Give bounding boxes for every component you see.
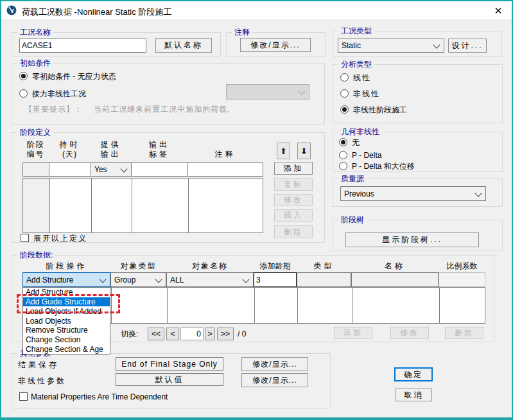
geo-pdelta-label[interactable]: P - Delta	[352, 151, 381, 160]
case-type-legend: 工况类型	[338, 26, 374, 35]
default-name-button[interactable]: 默认名称	[155, 38, 212, 53]
output-label-input[interactable]	[131, 162, 188, 177]
continue-nonlinear-label[interactable]: 接力非线性工况	[32, 89, 86, 98]
object-type-value: Group	[114, 276, 135, 284]
pager-first-button[interactable]: <<	[148, 328, 164, 340]
move-up-icon[interactable]: ⬆	[277, 143, 290, 159]
mass-source-select[interactable]: Previous	[340, 186, 486, 201]
stage-add-button[interactable]: 添加	[274, 162, 313, 175]
move-down-icon[interactable]: ⬇	[297, 143, 311, 159]
dropdown-item-remove-structure[interactable]: Remove Structure	[23, 326, 110, 335]
stage-table-rowheader-col	[23, 179, 49, 232]
geo-pdelta-large-label[interactable]: P - Delta 和大位移	[352, 162, 415, 171]
analysis-nonlinear-label[interactable]: 非线性	[353, 89, 380, 98]
col-header-output: 提供	[91, 140, 131, 149]
stage-data-legend: 阶段数据:	[17, 250, 55, 259]
dropdown-item-change-section[interactable]: Change Section	[23, 335, 110, 345]
sd-header-object-name: 对象名称	[166, 261, 254, 270]
col-header-duration: 持时	[49, 140, 91, 149]
scale-cell-disabled	[439, 272, 485, 287]
mass-source-value: Previous	[344, 189, 374, 198]
case-name-legend: 工况名称	[17, 28, 53, 37]
row-modify-button: 修改	[390, 327, 429, 339]
analysis-linear-label[interactable]: 线性	[353, 73, 371, 82]
results-modify-button[interactable]: 修改/显示...	[241, 357, 308, 371]
nonlinear-params-label: 非线性参数	[18, 376, 66, 385]
age-input[interactable]	[254, 272, 297, 287]
close-icon[interactable]: ✕	[487, 3, 509, 19]
row-delete-button: 删除	[445, 327, 483, 339]
object-type-select[interactable]: Group	[110, 272, 166, 287]
chevron-down-icon	[120, 165, 127, 172]
time-dependent-label[interactable]: Material Properties Are Time Dependent	[31, 392, 168, 401]
geo-pdelta-radio[interactable]	[339, 151, 347, 159]
chevron-down-icon	[298, 87, 305, 94]
sd-header-age: 添加龄期	[254, 261, 297, 270]
time-dependent-checkbox[interactable]	[19, 392, 28, 401]
pager-input[interactable]	[180, 328, 204, 340]
expand-definition-label[interactable]: 展开以上定义	[33, 234, 87, 243]
col-header-label: 输出	[131, 140, 187, 149]
analysis-nonlinear-radio[interactable]	[340, 89, 349, 98]
name-cell-disabled	[351, 272, 439, 287]
sd-header-object-type: 对象类型	[110, 261, 166, 270]
design-button[interactable]: 设计...	[448, 39, 487, 53]
dropdown-item-add-guide-structure[interactable]: Add Guide Structure	[23, 297, 110, 307]
dialog-window: 荷载工况数据 -Nonlinear Static 阶段施工 ✕ 工况名称 默认名…	[0, 0, 513, 420]
chevron-down-icon	[242, 276, 249, 283]
dropdown-item-change-section-age[interactable]: Change Section & Age	[23, 344, 110, 354]
zero-initial-label[interactable]: 零初始条件 - 无应力状态	[32, 72, 116, 81]
dropdown-item-load-objects[interactable]: Load Objects	[23, 316, 110, 326]
row-add-button: 添加	[334, 327, 372, 339]
stage-operation-select[interactable]: Add Structure	[22, 272, 110, 287]
object-name-select[interactable]: ALL	[166, 272, 254, 287]
stage-notes-input[interactable]	[187, 162, 263, 177]
notes-modify-button[interactable]: 修改/显示...	[240, 38, 311, 52]
chevron-down-icon	[99, 276, 106, 283]
stage-modify-button: 修改	[274, 194, 313, 206]
pager-prev-button[interactable]: <	[166, 328, 179, 340]
chevron-down-icon	[155, 276, 162, 283]
window-title: 荷载工况数据 -Nonlinear Static 阶段施工	[22, 6, 171, 18]
continue-nonlinear-radio[interactable]	[19, 89, 28, 98]
zero-initial-radio[interactable]	[19, 72, 28, 80]
provide-output-select[interactable]: Yes	[91, 162, 132, 177]
col-header-label2: 标签	[131, 150, 187, 159]
operation-dropdown-list: Add Structure Add Guide Structure Load O…	[22, 287, 110, 354]
col-header-stage2: 编号	[22, 150, 49, 159]
expand-definition-checkbox[interactable]	[21, 234, 29, 242]
cancel-button[interactable]: 取消	[396, 389, 432, 401]
sd-header-name: 名称	[351, 261, 439, 270]
stage-operation-value: Add Structure	[26, 276, 73, 284]
col-header-duration2: (天)	[49, 150, 91, 159]
initial-conditions-legend: 初始条件	[17, 58, 53, 67]
stage-copy-button: 复制	[274, 178, 313, 191]
analysis-linear-radio[interactable]	[340, 73, 349, 82]
analysis-staged-radio[interactable]	[340, 105, 349, 114]
nonlinear-modify-button[interactable]: 修改/显示...	[241, 373, 308, 387]
sd-header-operation: 阶段操作	[22, 261, 110, 270]
pager-next-button[interactable]: >	[205, 328, 215, 340]
chevron-down-icon	[433, 41, 440, 48]
geo-none-radio[interactable]	[339, 138, 347, 146]
case-name-input[interactable]	[19, 39, 146, 53]
col-header-stage: 阶段	[22, 140, 49, 149]
geo-none-label[interactable]: 无	[352, 138, 360, 147]
ok-button[interactable]: 确定	[394, 367, 433, 381]
dropdown-item-add-structure[interactable]: Add Structure	[23, 288, 110, 297]
show-stage-tree-button[interactable]: 显示阶段树...	[345, 232, 479, 247]
title-bar: 荷载工况数据 -Nonlinear Static 阶段施工 ✕	[1, 1, 512, 19]
duration-input[interactable]	[49, 162, 91, 177]
geo-pdelta-large-radio[interactable]	[339, 162, 347, 170]
dropdown-item-load-objects-if-added[interactable]: Load Objects If Added	[23, 306, 110, 316]
chevron-down-icon	[474, 189, 482, 197]
app-icon	[6, 5, 17, 15]
sd-header-type: 类型	[297, 261, 351, 270]
pager-last-button[interactable]: >>	[217, 328, 234, 340]
geometric-nonlinearity-legend: 几何非线性	[338, 127, 382, 136]
object-name-value: ALL	[170, 276, 184, 284]
case-type-select[interactable]: Static	[338, 39, 444, 53]
stage-tree-legend: 阶段树	[338, 215, 367, 224]
col-header-notes: 注释	[187, 150, 263, 159]
analysis-staged-label[interactable]: 非线性阶段施工	[353, 105, 407, 114]
